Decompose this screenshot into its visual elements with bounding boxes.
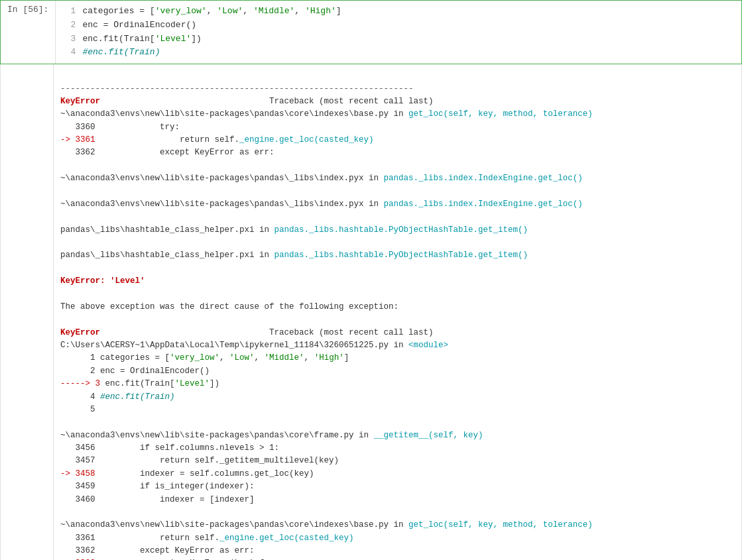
- line-c2: 2 enc = OrdinalEncoder(): [60, 366, 210, 376]
- path-4: pandas\_libs\hashtable_class_helper.pxi …: [60, 225, 275, 235]
- path-6: C:\Users\ACERSY~1\AppData\Local\Temp\ipy…: [60, 341, 408, 350]
- line-num-1: 1: [62, 5, 76, 19]
- code-line-3: 3 enc.fit(Train['Level']): [62, 32, 735, 46]
- line-3362: 3362 except KeyError as err:: [60, 148, 275, 157]
- line-3458-arrow: -> 3458 indexer = self.columns.get_loc(k…: [60, 469, 314, 478]
- line-3459: 3459 if is_integer(indexer):: [60, 482, 255, 491]
- traceback-label: Traceback (most recent call last): [100, 97, 434, 106]
- line-c1: 1 categories = ['very_low', 'Low', 'Midd…: [60, 353, 349, 363]
- path-1: ~\anaconda3\envs\new\lib\site-packages\p…: [60, 109, 408, 119]
- line-c3-arrow: -----> 3 enc.fit(Train['Level']): [60, 379, 219, 388]
- line-num-2: 2: [62, 19, 76, 32]
- line-3361b: 3361 return self._engine.get_loc(casted_…: [60, 533, 354, 543]
- line-3456: 3456 if self.columns.nlevels > 1:: [60, 443, 279, 453]
- path-5: pandas\_libs\hashtable_class_helper.pxi …: [60, 251, 275, 260]
- line-c5: 5: [60, 405, 100, 414]
- func-1: get_loc(self, key, method, tolerance): [408, 109, 593, 119]
- exception-cause-text: The above exception was the direct cause…: [60, 302, 399, 311]
- code-text-4: #enc.fit(Train): [82, 46, 160, 60]
- func-6: <module>: [408, 341, 448, 350]
- func-2: pandas._libs.index.IndexEngine.get_loc(): [384, 174, 583, 183]
- keyerror-label-1: KeyError: [60, 97, 100, 106]
- line-3460: 3460 indexer = [indexer]: [60, 495, 255, 504]
- func-3: pandas._libs.index.IndexEngine.get_loc(): [384, 199, 583, 209]
- line-3360: 3360 try:: [60, 123, 180, 132]
- line-3457: 3457 return self._getitem_multilevel(key…: [60, 456, 339, 465]
- code-line-1: 1 categories = ['very_low', 'Low', 'Midd…: [62, 5, 735, 19]
- code-line-4: 4 #enc.fit(Train): [62, 46, 735, 60]
- code-block: 1 categories = ['very_low', 'Low', 'Midd…: [56, 1, 741, 64]
- code-text-3: enc.fit(Train['Level']): [82, 32, 201, 46]
- traceback-label-2: Traceback (most recent call last): [100, 328, 434, 337]
- code-line-2: 2 enc = OrdinalEncoder(): [62, 19, 735, 32]
- func-8: get_loc(self, key, method, tolerance): [408, 520, 593, 530]
- path-7: ~\anaconda3\envs\new\lib\site-packages\p…: [60, 431, 374, 440]
- code-text-2: enc = OrdinalEncoder(): [82, 19, 196, 32]
- line-num-4: 4: [62, 46, 76, 60]
- line-3361-arrow: -> 3361 return self._engine.get_loc(cast…: [60, 135, 374, 144]
- input-cell: In [56]: 1 categories = ['very_low', 'Lo…: [0, 0, 742, 64]
- keyerror-label-2: KeyError: [60, 328, 100, 337]
- line-3362b: 3362 except KeyError as err:: [60, 546, 255, 555]
- output-area: ----------------------------------------…: [0, 64, 742, 560]
- func-4: pandas._libs.hashtable.PyObjectHashTable…: [275, 225, 528, 235]
- cell-label: In [56]:: [1, 1, 56, 64]
- func-7: __getitem__(self, key): [374, 431, 483, 440]
- path-8: ~\anaconda3\envs\new\lib\site-packages\p…: [60, 520, 408, 530]
- path-2: ~\anaconda3\envs\new\lib\site-packages\p…: [60, 174, 384, 183]
- keyerror-msg-1: KeyError: 'Level': [60, 276, 145, 286]
- code-text-1: categories = ['very_low', 'Low', 'Middle…: [82, 5, 341, 19]
- func-5: pandas._libs.hashtable.PyObjectHashTable…: [275, 251, 528, 260]
- path-3: ~\anaconda3\envs\new\lib\site-packages\p…: [60, 199, 384, 209]
- line-num-3: 3: [62, 32, 76, 46]
- traceback-divider: ----------------------------------------…: [60, 84, 414, 93]
- line-c4: 4 #enc.fit(Train): [60, 392, 175, 402]
- output-label: [1, 64, 54, 560]
- output-content: ----------------------------------------…: [54, 64, 741, 560]
